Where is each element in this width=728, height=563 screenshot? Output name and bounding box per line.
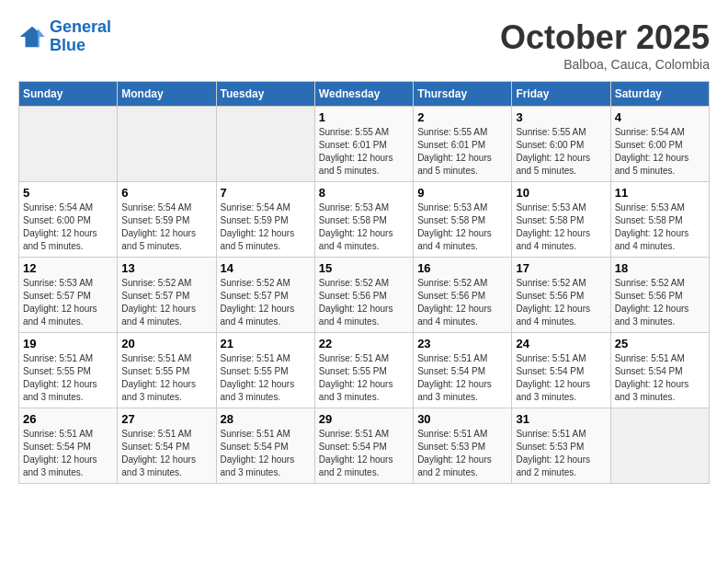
- day-cell: 7Sunrise: 5:54 AM Sunset: 5:59 PM Daylig…: [216, 182, 314, 258]
- day-cell: 17Sunrise: 5:52 AM Sunset: 5:56 PM Dayli…: [512, 258, 610, 333]
- day-cell: 2Sunrise: 5:55 AM Sunset: 6:01 PM Daylig…: [414, 107, 512, 182]
- day-number: 12: [23, 261, 113, 275]
- day-info: Sunrise: 5:52 AM Sunset: 5:56 PM Dayligh…: [417, 277, 507, 328]
- day-cell: [216, 107, 314, 182]
- day-info: Sunrise: 5:55 AM Sunset: 6:00 PM Dayligh…: [516, 126, 606, 178]
- col-header-friday: Friday: [512, 82, 610, 107]
- day-cell: 10Sunrise: 5:53 AM Sunset: 5:58 PM Dayli…: [512, 182, 610, 258]
- day-number: 11: [615, 186, 705, 200]
- col-header-wednesday: Wednesday: [314, 82, 413, 107]
- day-info: Sunrise: 5:52 AM Sunset: 5:57 PM Dayligh…: [121, 277, 211, 328]
- day-number: 4: [615, 110, 705, 124]
- day-cell: 1Sunrise: 5:55 AM Sunset: 6:01 PM Daylig…: [314, 107, 413, 182]
- day-cell: 4Sunrise: 5:54 AM Sunset: 6:00 PM Daylig…: [610, 107, 709, 182]
- week-row-2: 5Sunrise: 5:54 AM Sunset: 6:00 PM Daylig…: [19, 182, 710, 258]
- week-row-4: 19Sunrise: 5:51 AM Sunset: 5:55 PM Dayli…: [19, 333, 710, 408]
- day-info: Sunrise: 5:55 AM Sunset: 6:01 PM Dayligh…: [417, 126, 507, 178]
- day-cell: 28Sunrise: 5:51 AM Sunset: 5:54 PM Dayli…: [216, 408, 314, 484]
- day-number: 6: [121, 186, 211, 200]
- day-number: 21: [221, 337, 311, 350]
- day-cell: 3Sunrise: 5:55 AM Sunset: 6:00 PM Daylig…: [512, 107, 610, 182]
- day-info: Sunrise: 5:52 AM Sunset: 5:56 PM Dayligh…: [319, 277, 409, 328]
- day-info: Sunrise: 5:51 AM Sunset: 5:54 PM Dayligh…: [516, 352, 606, 404]
- day-number: 28: [221, 412, 311, 426]
- day-info: Sunrise: 5:51 AM Sunset: 5:54 PM Dayligh…: [221, 428, 311, 479]
- calendar-header-row: SundayMondayTuesdayWednesdayThursdayFrid…: [19, 82, 710, 107]
- day-info: Sunrise: 5:51 AM Sunset: 5:54 PM Dayligh…: [615, 352, 705, 404]
- week-row-3: 12Sunrise: 5:53 AM Sunset: 5:57 PM Dayli…: [19, 258, 710, 333]
- day-number: 13: [121, 261, 211, 275]
- month-title: October 2025: [500, 18, 710, 57]
- day-info: Sunrise: 5:51 AM Sunset: 5:54 PM Dayligh…: [417, 352, 507, 404]
- day-cell: 20Sunrise: 5:51 AM Sunset: 5:55 PM Dayli…: [118, 333, 216, 408]
- day-info: Sunrise: 5:54 AM Sunset: 5:59 PM Dayligh…: [121, 201, 211, 253]
- day-info: Sunrise: 5:54 AM Sunset: 6:00 PM Dayligh…: [615, 126, 705, 178]
- day-cell: 18Sunrise: 5:52 AM Sunset: 5:56 PM Dayli…: [610, 258, 709, 333]
- day-cell: 19Sunrise: 5:51 AM Sunset: 5:55 PM Dayli…: [19, 333, 118, 408]
- day-info: Sunrise: 5:51 AM Sunset: 5:55 PM Dayligh…: [121, 352, 211, 404]
- day-number: 9: [417, 186, 507, 200]
- day-cell: 21Sunrise: 5:51 AM Sunset: 5:55 PM Dayli…: [216, 333, 314, 408]
- day-info: Sunrise: 5:51 AM Sunset: 5:55 PM Dayligh…: [319, 352, 409, 404]
- week-row-5: 26Sunrise: 5:51 AM Sunset: 5:54 PM Dayli…: [19, 408, 710, 484]
- day-number: 25: [615, 337, 705, 350]
- calendar-body: 1Sunrise: 5:55 AM Sunset: 6:01 PM Daylig…: [19, 107, 710, 484]
- logo-text: General Blue: [50, 18, 111, 55]
- day-number: 19: [23, 337, 113, 350]
- day-cell: 23Sunrise: 5:51 AM Sunset: 5:54 PM Dayli…: [414, 333, 512, 408]
- day-info: Sunrise: 5:51 AM Sunset: 5:55 PM Dayligh…: [23, 352, 113, 404]
- day-info: Sunrise: 5:51 AM Sunset: 5:54 PM Dayligh…: [319, 428, 409, 479]
- day-info: Sunrise: 5:51 AM Sunset: 5:54 PM Dayligh…: [121, 428, 211, 479]
- day-cell: [118, 107, 216, 182]
- day-number: 15: [319, 261, 409, 275]
- logo: General Blue: [18, 18, 111, 55]
- day-info: Sunrise: 5:52 AM Sunset: 5:57 PM Dayligh…: [221, 277, 311, 328]
- day-cell: 31Sunrise: 5:51 AM Sunset: 5:53 PM Dayli…: [512, 408, 610, 484]
- day-number: 20: [121, 337, 211, 350]
- day-cell: 11Sunrise: 5:53 AM Sunset: 5:58 PM Dayli…: [610, 182, 709, 258]
- day-cell: 5Sunrise: 5:54 AM Sunset: 6:00 PM Daylig…: [19, 182, 118, 258]
- col-header-monday: Monday: [118, 82, 216, 107]
- day-cell: 8Sunrise: 5:53 AM Sunset: 5:58 PM Daylig…: [314, 182, 413, 258]
- day-cell: 30Sunrise: 5:51 AM Sunset: 5:53 PM Dayli…: [414, 408, 512, 484]
- col-header-thursday: Thursday: [414, 82, 512, 107]
- day-cell: 24Sunrise: 5:51 AM Sunset: 5:54 PM Dayli…: [512, 333, 610, 408]
- col-header-sunday: Sunday: [19, 82, 118, 107]
- day-info: Sunrise: 5:53 AM Sunset: 5:58 PM Dayligh…: [615, 201, 705, 253]
- day-cell: 29Sunrise: 5:51 AM Sunset: 5:54 PM Dayli…: [314, 408, 413, 484]
- day-info: Sunrise: 5:54 AM Sunset: 6:00 PM Dayligh…: [23, 201, 113, 253]
- day-info: Sunrise: 5:54 AM Sunset: 5:59 PM Dayligh…: [221, 201, 311, 253]
- day-cell: 25Sunrise: 5:51 AM Sunset: 5:54 PM Dayli…: [610, 333, 709, 408]
- day-info: Sunrise: 5:53 AM Sunset: 5:58 PM Dayligh…: [516, 201, 606, 253]
- day-number: 8: [319, 186, 409, 200]
- day-info: Sunrise: 5:53 AM Sunset: 5:58 PM Dayligh…: [319, 201, 409, 253]
- day-number: 26: [23, 412, 113, 426]
- day-number: 16: [417, 261, 507, 275]
- day-cell: 6Sunrise: 5:54 AM Sunset: 5:59 PM Daylig…: [118, 182, 216, 258]
- week-row-1: 1Sunrise: 5:55 AM Sunset: 6:01 PM Daylig…: [19, 107, 710, 182]
- day-cell: 15Sunrise: 5:52 AM Sunset: 5:56 PM Dayli…: [314, 258, 413, 333]
- day-info: Sunrise: 5:52 AM Sunset: 5:56 PM Dayligh…: [516, 277, 606, 328]
- day-cell: 12Sunrise: 5:53 AM Sunset: 5:57 PM Dayli…: [19, 258, 118, 333]
- day-number: 30: [417, 412, 507, 426]
- day-cell: [19, 107, 118, 182]
- day-number: 3: [516, 110, 606, 124]
- day-number: 7: [221, 186, 311, 200]
- day-number: 10: [516, 186, 606, 200]
- day-number: 23: [417, 337, 507, 350]
- logo-line1: General: [50, 17, 111, 36]
- day-info: Sunrise: 5:51 AM Sunset: 5:54 PM Dayligh…: [23, 428, 113, 479]
- col-header-saturday: Saturday: [610, 82, 709, 107]
- day-cell: 9Sunrise: 5:53 AM Sunset: 5:58 PM Daylig…: [414, 182, 512, 258]
- location: Balboa, Cauca, Colombia: [500, 57, 710, 72]
- col-header-tuesday: Tuesday: [216, 82, 314, 107]
- day-cell: 16Sunrise: 5:52 AM Sunset: 5:56 PM Dayli…: [414, 258, 512, 333]
- day-cell: [610, 408, 709, 484]
- day-number: 22: [319, 337, 409, 350]
- day-number: 2: [417, 110, 507, 124]
- day-cell: 14Sunrise: 5:52 AM Sunset: 5:57 PM Dayli…: [216, 258, 314, 333]
- day-cell: 13Sunrise: 5:52 AM Sunset: 5:57 PM Dayli…: [118, 258, 216, 333]
- day-number: 17: [516, 261, 606, 275]
- day-cell: 27Sunrise: 5:51 AM Sunset: 5:54 PM Dayli…: [118, 408, 216, 484]
- day-number: 27: [121, 412, 211, 426]
